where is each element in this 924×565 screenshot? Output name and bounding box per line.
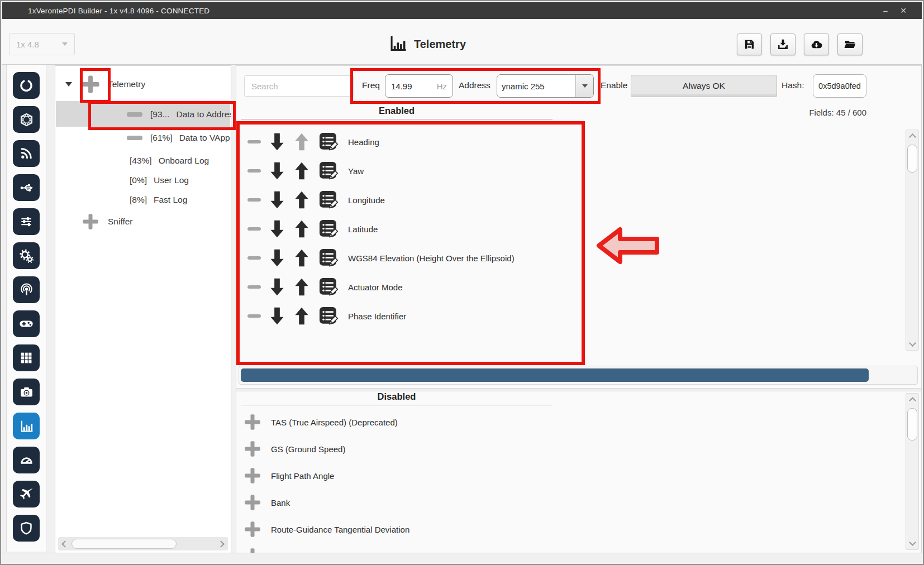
- scroll-down-icon[interactable]: [909, 339, 916, 347]
- scroll-up-icon[interactable]: [909, 397, 916, 404]
- remove-icon[interactable]: [247, 140, 261, 144]
- address-dropdown-button[interactable]: [575, 75, 593, 97]
- sidebar-item-power[interactable]: [13, 72, 40, 99]
- sidebar-item-sliders[interactable]: [13, 208, 40, 235]
- edit-field-icon[interactable]: [318, 131, 339, 152]
- download-button[interactable]: [770, 33, 796, 55]
- list-item[interactable]: Phase Identifier: [236, 301, 896, 331]
- move-up-icon[interactable]: [293, 307, 310, 325]
- move-up-icon[interactable]: [293, 248, 310, 267]
- remove-icon[interactable]: [247, 169, 261, 173]
- edit-field-icon[interactable]: [318, 218, 339, 240]
- move-down-icon[interactable]: [269, 219, 285, 238]
- tree-horizontal-scrollbar[interactable]: [58, 537, 228, 550]
- tree-scroll-thumb[interactable]: [72, 539, 177, 549]
- sidebar-item-camera[interactable]: [13, 379, 40, 405]
- edit-field-icon[interactable]: [318, 160, 339, 181]
- plus-icon[interactable]: [81, 75, 100, 94]
- sidebar-item-hexagon-mesh[interactable]: [13, 106, 40, 133]
- tree-item-data-to-vapp[interactable]: [61%] Data to VApp: [55, 128, 231, 148]
- list-item-partial[interactable]: [236, 543, 896, 554]
- disabled-vertical-scrollbar[interactable]: [906, 393, 919, 550]
- version-selector[interactable]: 1x 4.8: [9, 33, 75, 55]
- move-down-icon[interactable]: [269, 307, 285, 325]
- move-up-icon[interactable]: [293, 161, 310, 180]
- scroll-left-icon[interactable]: [61, 540, 69, 548]
- scroll-thumb[interactable]: [241, 368, 869, 382]
- move-up-icon[interactable]: [293, 132, 310, 151]
- tree-item-percent: [43%]: [130, 156, 152, 166]
- sidebar-item-podcast[interactable]: [13, 276, 40, 303]
- edit-field-icon[interactable]: [318, 276, 339, 298]
- sidebar-item-grid[interactable]: [13, 344, 40, 371]
- remove-icon[interactable]: [247, 256, 261, 260]
- enabled-vertical-scrollbar[interactable]: [906, 130, 919, 351]
- sidebar-item-gears[interactable]: [13, 242, 40, 269]
- move-down-icon[interactable]: [269, 277, 285, 296]
- remove-icon[interactable]: [247, 314, 261, 318]
- list-item[interactable]: Heading: [236, 127, 896, 156]
- minimize-button[interactable]: –: [878, 2, 893, 19]
- list-item[interactable]: Flight Path Angle: [236, 462, 896, 489]
- list-item[interactable]: Latitude: [236, 214, 896, 243]
- sidebar-item-gauge[interactable]: [13, 447, 40, 473]
- edit-field-icon[interactable]: [318, 247, 339, 269]
- list-item[interactable]: WGS84 Elevation (Height Over the Ellipso…: [236, 243, 896, 272]
- minus-icon[interactable]: [127, 112, 142, 117]
- edit-field-icon[interactable]: [318, 189, 339, 210]
- list-item[interactable]: Bank: [236, 489, 896, 516]
- edit-field-icon[interactable]: [318, 305, 339, 327]
- freq-input[interactable]: 14.99 Hz: [385, 74, 453, 98]
- move-down-icon[interactable]: [269, 248, 285, 267]
- save-button[interactable]: [737, 33, 762, 55]
- list-item[interactable]: TAS (True Airspeed) (Deprecated): [236, 409, 896, 435]
- add-icon[interactable]: [244, 521, 261, 538]
- sidebar-item-rss[interactable]: [13, 140, 40, 167]
- scroll-thumb[interactable]: [907, 408, 917, 440]
- tree-expand-caret-icon[interactable]: [65, 82, 72, 87]
- list-item[interactable]: GS (Ground Speed): [236, 435, 896, 462]
- scroll-up-icon[interactable]: [909, 133, 916, 141]
- minus-icon[interactable]: [127, 136, 142, 140]
- list-item[interactable]: Longitude: [236, 185, 896, 214]
- scroll-thumb[interactable]: [907, 145, 917, 173]
- tree-item-fast-log[interactable]: [8%] Fast Log: [55, 190, 231, 209]
- sidebar-item-airplane[interactable]: [13, 481, 40, 507]
- add-icon[interactable]: [244, 414, 261, 430]
- cloud-download-button[interactable]: [804, 33, 829, 55]
- podcast-icon: [19, 282, 34, 298]
- remove-icon[interactable]: [247, 285, 261, 289]
- move-down-icon[interactable]: [269, 190, 285, 209]
- sidebar-item-telemetry[interactable]: [13, 413, 40, 439]
- add-icon[interactable]: [244, 467, 261, 484]
- list-item[interactable]: Route-Guidance Tangential Deviation: [236, 516, 896, 543]
- remove-icon[interactable]: [247, 227, 261, 231]
- add-icon[interactable]: [244, 494, 261, 511]
- tree-item-sniffer[interactable]: Sniffer: [55, 211, 231, 232]
- enabled-horizontal-scrollbar[interactable]: [239, 366, 918, 385]
- tree-item-user-log[interactable]: [0%] User Log: [55, 171, 231, 190]
- move-up-icon[interactable]: [293, 219, 310, 238]
- plus-icon[interactable]: [82, 213, 99, 230]
- address-select[interactable]: ynamic 255: [497, 74, 594, 98]
- search-input[interactable]: [244, 75, 354, 97]
- tree-item-onboard-log[interactable]: [43%] Onboard Log: [55, 151, 231, 170]
- sidebar-item-shield[interactable]: [13, 515, 40, 542]
- move-up-icon[interactable]: [293, 277, 310, 296]
- move-up-icon[interactable]: [293, 190, 310, 209]
- move-down-icon[interactable]: [269, 132, 285, 151]
- add-icon[interactable]: [244, 440, 261, 457]
- tree-item-data-to-address[interactable]: [93... Data to Address u: [55, 102, 231, 127]
- sidebar-item-usb[interactable]: [13, 174, 40, 201]
- open-folder-button[interactable]: [837, 33, 863, 55]
- scroll-down-icon[interactable]: [909, 539, 916, 546]
- scroll-right-icon[interactable]: [217, 540, 225, 548]
- enable-condition-button[interactable]: Always OK: [631, 75, 777, 97]
- move-down-icon[interactable]: [269, 161, 285, 180]
- list-item[interactable]: Yaw: [236, 156, 896, 185]
- remove-icon[interactable]: [247, 198, 261, 202]
- list-item[interactable]: Actuator Mode: [236, 272, 896, 301]
- tree-item-telemetry[interactable]: Telemetry: [55, 75, 231, 94]
- close-button[interactable]: ✕: [896, 2, 911, 19]
- sidebar-item-gamepad[interactable]: [13, 310, 40, 337]
